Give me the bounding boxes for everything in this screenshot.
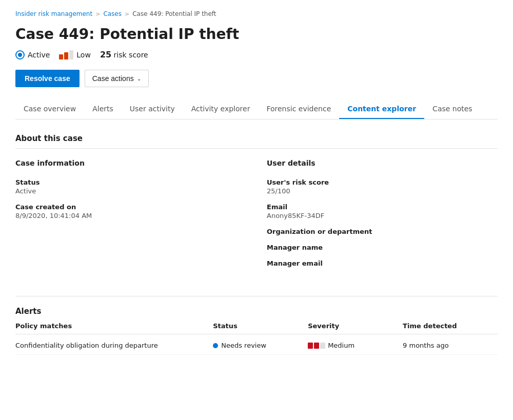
case-actions-label: Case actions bbox=[92, 74, 134, 83]
status-badge: Needs review bbox=[213, 342, 308, 349]
page-title: Case 449: Potential IP theft bbox=[15, 26, 498, 43]
status-label: Needs review bbox=[221, 342, 266, 349]
col-status: Status bbox=[213, 322, 308, 330]
user-risk-score-label: User's risk score bbox=[267, 178, 498, 186]
risk-score-number: 25 bbox=[100, 50, 111, 59]
active-icon bbox=[15, 50, 25, 59]
tab-user-activity[interactable]: User activity bbox=[122, 99, 183, 119]
col-severity: Severity bbox=[308, 322, 403, 330]
risk-bar-1 bbox=[59, 54, 63, 59]
tab-activity-explorer[interactable]: Activity explorer bbox=[183, 99, 259, 119]
tab-case-overview[interactable]: Case overview bbox=[15, 99, 84, 119]
risk-bar-3 bbox=[69, 50, 73, 59]
status-bar: Active Low 25 risk score bbox=[15, 50, 498, 59]
table-row: Confidentiality obligation during depart… bbox=[15, 336, 498, 355]
breadcrumb-current: Case 449: Potential IP theft bbox=[132, 10, 216, 17]
case-status-value: Active bbox=[15, 187, 246, 195]
alerts-title: Alerts bbox=[15, 307, 498, 316]
case-status-item: Status Active bbox=[15, 178, 246, 195]
user-risk-score-item: User's risk score 25/100 bbox=[267, 178, 498, 195]
user-manager-name-label: Manager name bbox=[267, 244, 498, 251]
active-label: Active bbox=[28, 51, 50, 59]
severity-badge: Medium bbox=[308, 342, 403, 349]
about-divider bbox=[15, 148, 498, 149]
user-details-title: User details bbox=[267, 159, 498, 170]
breadcrumb-insider-risk[interactable]: Insider risk management bbox=[15, 10, 92, 17]
status-dot bbox=[213, 343, 218, 348]
case-created-label: Case created on bbox=[15, 203, 246, 211]
chevron-down-icon: ⌄ bbox=[137, 76, 141, 82]
user-email-value: Anony85KF-34DF bbox=[267, 212, 498, 219]
severity-blocks bbox=[308, 343, 325, 349]
user-manager-email-label: Manager email bbox=[267, 259, 498, 267]
active-status: Active bbox=[15, 50, 50, 59]
resolve-case-button[interactable]: Resolve case bbox=[15, 70, 80, 87]
user-manager-name-item: Manager name bbox=[267, 244, 498, 251]
severity-block-1 bbox=[308, 343, 313, 349]
case-status-label: Status bbox=[15, 178, 246, 186]
case-info-col: Case information Status Active Case crea… bbox=[15, 159, 246, 275]
alerts-section: Alerts Policy matches Status Severity Ti… bbox=[15, 307, 498, 355]
user-org-item: Organization or department bbox=[267, 228, 498, 235]
about-two-col: Case information Status Active Case crea… bbox=[15, 159, 498, 275]
risk-score: 25 risk score bbox=[100, 50, 148, 59]
severity-block-2 bbox=[314, 343, 319, 349]
case-actions-button[interactable]: Case actions ⌄ bbox=[85, 70, 149, 87]
row-severity: Medium bbox=[308, 342, 403, 349]
user-risk-score-value: 25/100 bbox=[267, 187, 498, 195]
alerts-divider bbox=[15, 296, 498, 296]
tab-alerts[interactable]: Alerts bbox=[84, 99, 122, 119]
user-manager-email-item: Manager email bbox=[267, 259, 498, 267]
case-created-value: 8/9/2020, 10:41:04 AM bbox=[15, 212, 246, 219]
col-time-detected: Time detected bbox=[403, 322, 498, 330]
user-details-col: User details User's risk score 25/100 Em… bbox=[267, 159, 498, 275]
breadcrumb: Insider risk management > Cases > Case 4… bbox=[15, 10, 498, 17]
active-icon-inner bbox=[18, 53, 22, 57]
severity-label: Medium bbox=[328, 342, 354, 349]
tab-case-notes[interactable]: Case notes bbox=[424, 99, 481, 119]
user-email-label: Email bbox=[267, 203, 498, 211]
page-container: Insider risk management > Cases > Case 4… bbox=[0, 0, 513, 420]
breadcrumb-sep-2: > bbox=[125, 11, 129, 17]
row-policy: Confidentiality obligation during depart… bbox=[15, 342, 213, 349]
actions-row: Resolve case Case actions ⌄ bbox=[15, 70, 498, 87]
risk-bars bbox=[59, 50, 73, 59]
tabs: Case overview Alerts User activity Activ… bbox=[15, 99, 498, 119]
user-email-item: Email Anony85KF-34DF bbox=[267, 203, 498, 219]
tab-forensic-evidence[interactable]: Forensic evidence bbox=[258, 99, 339, 119]
col-policy-matches: Policy matches bbox=[15, 322, 213, 330]
risk-level-label: Low bbox=[76, 51, 91, 59]
risk-score-suffix-text: risk score bbox=[114, 51, 148, 59]
risk-bar-2 bbox=[64, 52, 68, 59]
severity-block-3 bbox=[320, 343, 325, 349]
about-section-title: About this case bbox=[15, 134, 498, 143]
breadcrumb-sep-1: > bbox=[95, 11, 100, 17]
row-status: Needs review bbox=[213, 342, 308, 349]
tab-content-explorer[interactable]: Content explorer bbox=[339, 99, 424, 119]
alerts-table-header: Policy matches Status Severity Time dete… bbox=[15, 322, 498, 334]
user-org-label: Organization or department bbox=[267, 228, 498, 235]
breadcrumb-cases[interactable]: Cases bbox=[103, 10, 122, 17]
risk-level: Low bbox=[59, 50, 91, 59]
row-time: 9 months ago bbox=[403, 342, 498, 349]
case-created-item: Case created on 8/9/2020, 10:41:04 AM bbox=[15, 203, 246, 219]
case-info-title: Case information bbox=[15, 159, 246, 170]
